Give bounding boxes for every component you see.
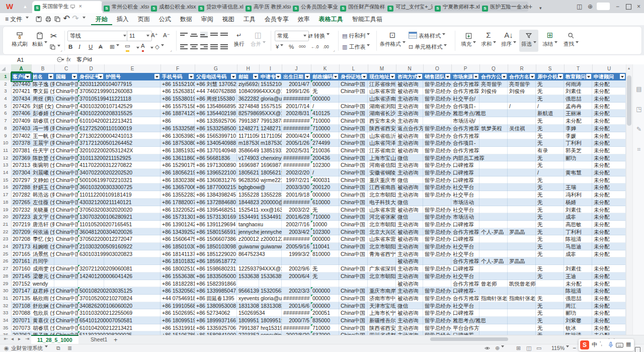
rail-layout-icon[interactable]: ◳ [635,106,642,113]
row-number-30[interactable]: 30 [0,287,12,295]
file-tab-0[interactable]: S英国留学生 × [32,1,103,13]
freeze-button[interactable]: ⊞冻结 [540,30,559,52]
row-number-24[interactable]: 24 [0,243,12,251]
print-icon[interactable] [45,16,52,23]
tab-list-caret-icon[interactable]: ▾ [539,4,542,12]
underline-button[interactable]: U [89,42,93,51]
align-top-icon[interactable] [180,32,188,38]
increase-decimal-button[interactable]: .00 [323,42,329,51]
row-number-35[interactable]: 35 [0,324,12,332]
justify-icon[interactable] [210,43,218,50]
number-format-combo[interactable]: 常规 [275,31,309,41]
redo-icon[interactable]: ↷ [72,14,78,23]
row-number-25[interactable]: 25 [0,250,12,258]
menu-审阅[interactable]: 审阅 [197,13,218,25]
worksheet-button[interactable]: ▥ 工作表 [342,42,370,51]
row-number-34[interactable]: 34 [0,317,12,325]
filter-button[interactable] [333,74,338,79]
sort-button[interactable]: A↓排序 [499,30,518,52]
copy-icon[interactable] [54,16,61,23]
close-button[interactable]: × [637,3,640,10]
row-number-27[interactable]: 27 [0,265,12,273]
file-tab-1[interactable]: S常州公积金 .xlsx [102,2,150,12]
header-cell-A[interactable]: 客户id [11,73,31,80]
column-letter-P[interactable]: P [451,64,480,72]
header-cell-G[interactable]: 父母电话号码 [195,73,237,80]
normal-view-icon[interactable]: ⊞ [516,344,521,352]
file-tab-6[interactable]: S国任财产保险样本.x [338,2,386,12]
thousand-separator-button[interactable]: 000 [299,42,305,51]
header-cell-H[interactable]: 邮箱 [237,73,259,80]
header-cell-K[interactable]: 邮政编码 [311,73,339,80]
column-letter-E[interactable]: E [104,64,161,72]
zoom-level[interactable]: 115% [551,344,569,352]
keyboard-icon[interactable] [616,342,623,348]
filter-button[interactable] [72,74,77,79]
fullscreen-icon[interactable] [635,345,640,352]
header-cell-I[interactable]: 申请专用邮箱 [259,73,282,80]
menu-效率[interactable]: 效率 [293,13,314,25]
filter-button[interactable] [620,74,625,79]
row-number-9[interactable]: 9 [0,132,12,140]
file-tab-5[interactable]: S公务员国企事业单位 [291,2,339,12]
header-cell-P[interactable]: 市场来源 [451,73,479,80]
row-number-12[interactable]: 12 [0,154,12,162]
font-color-caret-icon[interactable] [150,47,153,50]
menu-工具[interactable]: 工具 [239,13,260,25]
row-number-1[interactable]: 1 [0,73,12,81]
header-cell-T[interactable]: 教育顾问 [564,73,592,80]
docer-icon[interactable]: ▲ [21,3,29,11]
column-letter-F[interactable]: F [160,64,195,72]
clear-format-button[interactable]: ◇ [155,42,164,51]
filter-button[interactable]: 筛选 [519,30,538,52]
column-letter-L[interactable]: L [339,64,368,72]
format-painter-button[interactable]: 格式刷 [10,30,29,52]
header-cell-E[interactable]: 护照号 [104,73,160,80]
fill-button[interactable]: 填充 [459,30,478,52]
increase-indent-icon[interactable] [220,32,228,38]
ime-lang-toggle[interactable]: 中 [592,341,597,348]
filter-button[interactable] [362,74,367,79]
vertical-scroll-thumb[interactable] [627,75,631,126]
row-number-20[interactable]: 20 [0,213,12,221]
align-center-icon[interactable] [190,43,198,50]
header-cell-O[interactable]: 销售团队 [423,73,451,80]
undo-icon[interactable]: ↶ [63,14,70,23]
add-sheet-button[interactable]: + [114,336,118,343]
row-number-5[interactable]: 5 [0,103,12,111]
sum-button[interactable]: Σ求和 [479,30,498,52]
row-number-17[interactable]: 17 [0,191,12,199]
column-letter-S[interactable]: S [536,64,565,72]
row-number-36[interactable]: 36 [0,331,12,335]
rail-grid-icon[interactable]: ⌗ [635,146,642,153]
bold-button[interactable]: B [68,42,72,51]
filter-button[interactable] [558,74,563,79]
header-cell-S[interactable]: 原中介机构 [536,73,564,80]
file-tab-8[interactable]: S宁夏教师样本.xlsx [433,2,481,12]
fill-color-button[interactable]: ▭ [125,41,130,52]
sheet-tab-sheet1[interactable]: Sheet1 [86,335,112,344]
minimize-button[interactable]: − [616,3,619,10]
column-letter-N[interactable]: N [396,64,424,72]
filter-button[interactable] [586,74,591,79]
split-view-icon[interactable]: ◫ [526,344,531,352]
horizontal-scroll-thumb[interactable] [430,337,508,341]
row-number-4[interactable]: 4 [0,95,12,103]
row-number-21[interactable]: 21 [0,221,12,229]
cell-style-button[interactable]: ⊡ 单元格样式 [409,42,447,51]
distributed-icon[interactable] [220,43,228,50]
page-view-icon[interactable]: ▭ [536,344,541,352]
header-cell-L[interactable]: 身份证地址 [339,73,368,80]
column-letter-D[interactable]: D [78,64,105,72]
column-letter-B[interactable]: B [31,64,55,72]
quick-access-caret-icon[interactable] [83,17,86,20]
column-letter-Q[interactable]: Q [479,64,508,72]
decrease-indent-icon[interactable] [210,32,218,38]
fx-icon[interactable]: fx [66,56,71,62]
row-number-8[interactable]: 8 [0,125,12,133]
header-cell-C[interactable]: 国籍 [54,73,78,80]
row-number-29[interactable]: 29 [0,280,12,288]
header-cell-J[interactable]: 出生日期 [282,73,311,80]
column-letter-I[interactable]: I [259,64,282,72]
row-number-22[interactable]: 22 [0,228,12,236]
